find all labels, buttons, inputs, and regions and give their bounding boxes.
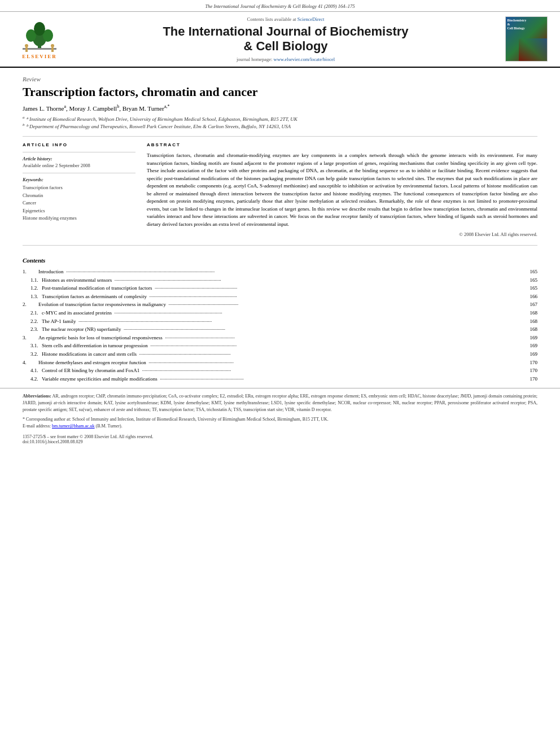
toc-label-2: Evolution of transcription factor respon… (38, 301, 520, 308)
keyword-5: Histone modifying enzymes (23, 215, 135, 222)
toc-page-1: 165 (520, 268, 537, 276)
journal-center: Contents lists available at ScienceDirec… (73, 16, 498, 62)
article-info-header: ARTICLE INFO (23, 142, 135, 147)
toc-item-1-2: 1.2. Post-translational modification of … (23, 285, 537, 292)
toc-page-2: 167 (520, 301, 537, 308)
toc-label-2-3: The nuclear receptor (NR) superfamily ··… (42, 326, 520, 333)
toc-num-2: 2. (23, 301, 38, 308)
corresponding-author: * Corresponding author at: School of Imm… (23, 416, 537, 430)
journal-title: The International Journal of Biochemistr… (163, 24, 408, 54)
abstract-text: Transcription factors, chromatin and chr… (147, 152, 537, 228)
footnotes: Abbreviations: AR, androgen receptor; Ch… (0, 388, 560, 448)
toc-label-3: An epigenetic basis for loss of transcri… (38, 334, 520, 342)
toc-num-4-2: 4.2. (23, 375, 42, 383)
toc-num-1-1: 1.1. (23, 277, 42, 284)
article-available-online: Available online 2 September 2008 (23, 163, 135, 168)
toc-label-3-1: Stem cells and differentiation in tumour… (42, 342, 520, 350)
toc-page-3-1: 169 (520, 342, 537, 350)
toc-page-2-2: 168 (520, 318, 537, 325)
authors: James L. Thornea, Moray J. Campbellb, Br… (23, 104, 537, 112)
svg-point-6 (25, 44, 28, 47)
svg-rect-9 (51, 47, 54, 52)
toc-item-2-2: 2.2. The AP-1 family ···················… (23, 318, 537, 325)
doi: doi:10.1016/j.biocel.2008.08.029 (23, 439, 537, 444)
toc-num-3-1: 3.1. (23, 342, 42, 350)
toc-num-2-2: 2.2. (23, 318, 42, 325)
toc-label-4-2: Variable enzyme specificities and multip… (42, 375, 520, 383)
issn: 1357-2725/$ – see front matter © 2008 El… (23, 434, 537, 439)
homepage-link[interactable]: www.elsevier.com/locate/biocel (274, 56, 335, 62)
copyright: © 2008 Elsevier Ltd. All rights reserved… (147, 231, 537, 237)
contents-available-line: Contents lists available at ScienceDirec… (247, 16, 325, 22)
toc-num-1-2: 1.2. (23, 285, 42, 292)
article-body: ARTICLE INFO Article history: Available … (23, 142, 537, 237)
toc-num-2-3: 2.3. (23, 326, 42, 333)
keywords-label: Keywords: (23, 177, 135, 182)
toc-label-4-1: Control of ER binding by chromatin and F… (42, 367, 520, 374)
toc-num-4: 4. (23, 359, 38, 366)
toc-item-3: 3. An epigenetic basis for loss of trans… (23, 334, 537, 342)
toc-item-1-1: 1.1. Histones as environmental sensors ·… (23, 277, 537, 284)
review-label: Review (23, 76, 537, 82)
elsevier-logo: ELSEVIER (11, 16, 68, 62)
toc-item-3-1: 3.1. Stem cells and differentiation in t… (23, 342, 537, 350)
toc-item-4-1: 4.1. Control of ER binding by chromatin … (23, 367, 537, 374)
toc-label-2-2: The AP-1 family ························… (42, 318, 520, 325)
toc-item-2: 2. Evolution of transcription factor res… (23, 301, 537, 308)
toc-list: 1. Introduction ························… (23, 268, 537, 382)
toc-num-4-1: 4.1. (23, 367, 42, 374)
toc-num-2-1: 2.1. (23, 309, 42, 317)
divider-2 (23, 245, 537, 246)
svg-point-4 (34, 22, 45, 36)
toc-item-1: 1. Introduction ························… (23, 268, 537, 276)
toc-num-3: 3. (23, 334, 38, 342)
toc-label-1-3: Transcription factors as determinants of… (42, 293, 520, 300)
toc-num-1: 1. (23, 268, 38, 276)
journal-cover: Biochemistry&Cell Biology (504, 16, 549, 62)
article-info-col: ARTICLE INFO Article history: Available … (23, 142, 135, 237)
contents-title: Contents (23, 257, 537, 264)
toc-page-2-1: 168 (520, 309, 537, 317)
article-title: Transcription factors, chromatin and can… (23, 85, 537, 99)
cover-image: Biochemistry&Cell Biology (505, 16, 548, 62)
svg-point-8 (51, 44, 54, 47)
toc-num-3-2: 3.2. (23, 351, 42, 358)
toc-page-3: 169 (520, 334, 537, 342)
affiliations: a ᵃ Institute of Biomedical Research, Wo… (23, 115, 537, 130)
keywords-list: Transcription factors Chromatin Cancer E… (23, 184, 135, 222)
divider-info (23, 152, 135, 152)
divider-keywords (23, 173, 135, 173)
toc-label-1-2: Post-translational modification of trans… (42, 285, 520, 292)
toc-item-4-2: 4.2. Variable enzyme specificities and m… (23, 375, 537, 383)
toc-page-3-2: 169 (520, 351, 537, 358)
toc-num-1-3: 1.3. (23, 293, 42, 300)
abbreviations: Abbreviations: AR, androgen receptor; Ch… (23, 393, 537, 413)
elsevier-brand: ELSEVIER (22, 54, 57, 59)
toc-label-1: Introduction ···························… (38, 268, 520, 276)
main-content: Review Transcription factors, chromatin … (0, 68, 560, 257)
divider-1 (23, 136, 537, 137)
toc-item-2-1: 2.1. c-MYC and its associated proteins ·… (23, 309, 537, 317)
keyword-4: Epigenetics (23, 207, 135, 215)
page: The International Journal of Biochemistr… (0, 0, 560, 747)
keyword-3: Cancer (23, 199, 135, 207)
toc-page-4-2: 170 (520, 375, 537, 383)
toc-page-1-3: 166 (520, 293, 537, 300)
toc-label-4: Histone demethylases and estrogen recept… (38, 359, 520, 366)
toc-page-1-2: 165 (520, 285, 537, 292)
toc-label-2-1: c-MYC and its associated proteins ······… (42, 309, 520, 317)
toc-label-1-1: Histones as environmental sensors ······… (42, 277, 520, 284)
toc-item-2-3: 2.3. The nuclear receptor (NR) superfami… (23, 326, 537, 333)
toc-page-2-3: 168 (520, 326, 537, 333)
email-link[interactable]: bm.turner@bham.ac.uk (52, 423, 95, 429)
toc-item-3-2: 3.2. Histone modifications in cancer and… (23, 351, 537, 358)
journal-header: ELSEVIER Contents lists available at Sci… (0, 12, 560, 68)
sciencedirect-link[interactable]: ScienceDirect (298, 16, 325, 22)
toc-item-4: 4. Histone demethylases and estrogen rec… (23, 359, 537, 366)
abstract-header: ABSTRACT (147, 142, 537, 147)
keyword-2: Chromatin (23, 192, 135, 200)
toc-page-4-1: 170 (520, 367, 537, 374)
toc-page-4: 170 (520, 359, 537, 366)
toc-label-3-2: Histone modifications in cancer and stem… (42, 351, 520, 358)
journal-reference: The International Journal of Biochemistr… (0, 0, 560, 12)
